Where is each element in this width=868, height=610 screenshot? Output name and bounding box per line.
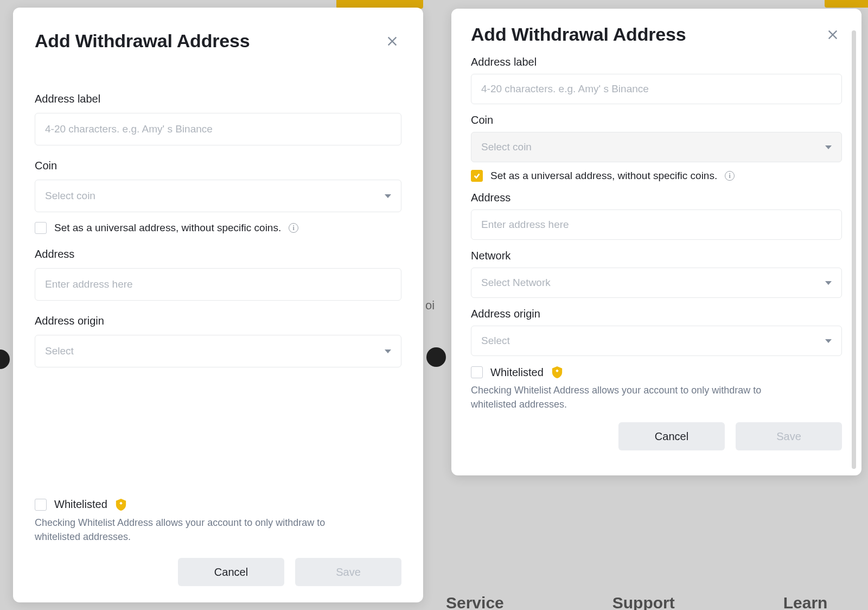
select-coin[interactable]: Select coin [471,132,842,162]
info-icon[interactable]: i [289,223,298,233]
label-coin: Coin [35,160,401,172]
close-icon[interactable] [824,26,842,44]
field-address-label: Address label 4-20 characters. e.g. Amy'… [35,93,401,145]
field-address: Address Enter address here [471,192,842,240]
label-whitelist: Whitelisted [490,366,544,379]
cancel-button[interactable]: Cancel [618,422,725,450]
chevron-down-icon [825,339,832,343]
universal-text: Set as a universal address, without spec… [490,170,717,182]
shield-icon [115,498,127,511]
chevron-down-icon [385,350,391,353]
label-address: Address [35,248,401,260]
whitelist-block: Whitelisted Checking Whitelist Address a… [35,498,401,544]
field-network: Network Select Network [471,250,842,298]
field-coin: Coin Select coin Set as a universal addr… [471,114,842,182]
label-coin: Coin [471,114,842,126]
checkbox-universal[interactable] [35,222,47,234]
select-origin[interactable]: Select [471,326,842,356]
modal-add-withdrawal-left: Add Withdrawal Address Address label 4-2… [13,8,423,602]
label-origin: Address origin [35,315,401,327]
label-address-label: Address label [471,56,842,68]
select-coin[interactable]: Select coin [35,180,401,212]
universal-text: Set as a universal address, without spec… [54,222,281,234]
label-address-label: Address label [35,93,401,105]
field-address: Address Enter address here [35,248,401,301]
modal-title: Add Withdrawal Address [35,30,250,52]
input-address[interactable]: Enter address here [35,268,401,301]
checkbox-whitelist[interactable] [471,366,483,378]
label-origin: Address origin [471,308,842,320]
select-origin[interactable]: Select [35,335,401,367]
checkbox-whitelist[interactable] [35,499,47,511]
field-coin: Coin Select coin Set as a universal addr… [35,160,401,234]
label-network: Network [471,250,842,262]
label-address: Address [471,192,842,204]
chevron-down-icon [825,281,832,285]
info-icon[interactable]: i [725,171,735,181]
close-icon[interactable] [383,32,401,50]
whitelist-desc: Checking Whitelist Address allows your a… [35,516,371,544]
input-address[interactable]: Enter address here [471,209,842,240]
modal-add-withdrawal-right: Add Withdrawal Address Address label 4-2… [451,9,861,475]
field-address-label: Address label 4-20 characters. e.g. Amy'… [471,56,842,104]
save-button[interactable]: Save [736,422,842,450]
field-origin: Address origin Select [35,315,401,367]
save-button[interactable]: Save [295,558,401,586]
label-whitelist: Whitelisted [54,498,107,511]
field-origin: Address origin Select [471,308,842,356]
checkbox-universal[interactable] [471,170,483,182]
whitelist-desc: Checking Whitelist Address allows your a… [471,383,807,411]
scrollbar[interactable] [852,30,856,469]
shield-icon [551,366,563,379]
chevron-down-icon [825,145,832,149]
select-network[interactable]: Select Network [471,268,842,298]
cancel-button[interactable]: Cancel [178,558,284,586]
whitelist-block: Whitelisted Checking Whitelist Address a… [471,366,842,411]
input-address-label[interactable]: 4-20 characters. e.g. Amy' s Binance [35,113,401,145]
chevron-down-icon [385,194,391,198]
modal-title: Add Withdrawal Address [471,24,686,45]
input-address-label[interactable]: 4-20 characters. e.g. Amy' s Binance [471,74,842,104]
